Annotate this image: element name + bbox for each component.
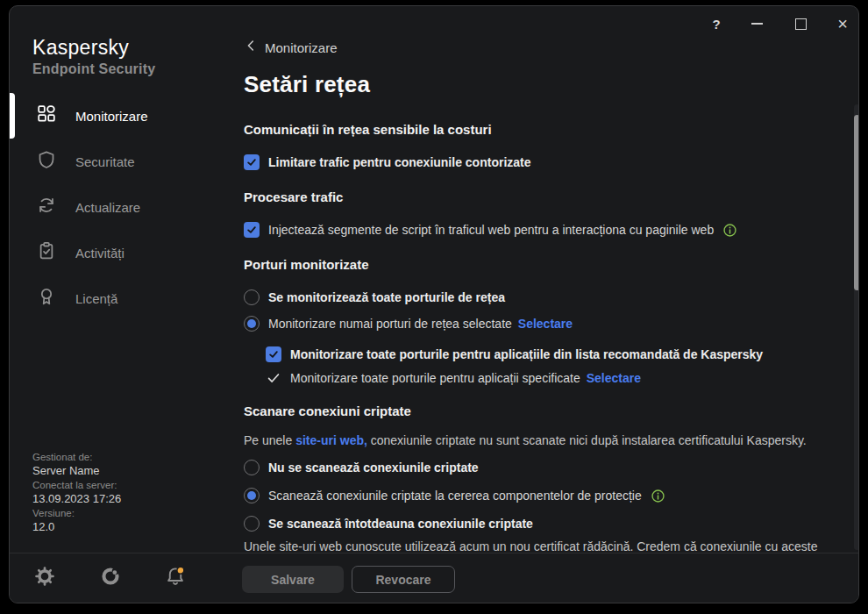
sidebar-item-actualizare[interactable]: Actualizare bbox=[10, 184, 227, 230]
managed-by-label: Gestionat de: bbox=[32, 450, 121, 464]
websites-link[interactable]: site-uri web, bbox=[295, 433, 367, 447]
brand-name: Kaspersky bbox=[32, 36, 155, 60]
section-title-cost: Comunicații în rețea sensibile la costur… bbox=[244, 118, 492, 139]
radio-label-group: Monitorizare numai porturi de rețea sele… bbox=[268, 316, 573, 332]
scrollbar-thumb[interactable] bbox=[854, 115, 859, 290]
para-suffix: conexiunile criptate nu sunt scanate nic… bbox=[371, 433, 807, 447]
brand-product: Endpoint Security bbox=[32, 61, 155, 77]
radio-no-scan[interactable] bbox=[244, 460, 260, 475]
radio-selected-ports[interactable] bbox=[244, 316, 260, 332]
radio-always-scan[interactable] bbox=[244, 516, 260, 532]
radio-scan-on-request[interactable] bbox=[244, 488, 260, 503]
select-ports-link[interactable]: Selectare bbox=[518, 317, 573, 331]
sidebar-item-activitati[interactable]: Activități bbox=[10, 230, 227, 275]
back-chevron-icon bbox=[244, 38, 260, 57]
radio-label: Se monitorizează toate porturile de rețe… bbox=[268, 290, 505, 304]
radio-label: Monitorizare numai porturi de rețea sele… bbox=[268, 317, 512, 331]
tasks-icon bbox=[37, 241, 56, 264]
bottom-bar: Salvare Revocare bbox=[10, 553, 858, 603]
setting-row-all-ports: Se monitorizează toate porturile de rețe… bbox=[244, 287, 505, 308]
sidebar-item-securitate[interactable]: Securitate bbox=[10, 139, 227, 184]
cancel-button[interactable]: Revocare bbox=[352, 566, 455, 593]
setting-row-scan-on-request: Scanează conexiunile criptate la cererea… bbox=[244, 485, 665, 506]
support-icon[interactable] bbox=[100, 566, 121, 587]
sidebar-item-label: Activități bbox=[75, 246, 125, 261]
radio-all-ports[interactable] bbox=[244, 289, 260, 305]
sidebar-item-label: Monitorizare bbox=[75, 109, 148, 124]
page-title: Setări rețea bbox=[244, 71, 370, 98]
shield-icon bbox=[37, 150, 56, 173]
radio-label: Nu se scanează conexiunile criptate bbox=[268, 460, 479, 475]
server-info: Gestionat de: Server Name Conectat la se… bbox=[32, 450, 121, 534]
setting-row-selected-ports: Monitorizare numai porturi de rețea sele… bbox=[244, 313, 573, 334]
checkbox-label: Injectează segmente de script în traficu… bbox=[268, 223, 714, 237]
sidebar-item-label: Actualizare bbox=[75, 200, 140, 215]
back-button[interactable]: Monitorizare bbox=[244, 38, 338, 57]
sidebar-item-monitorizare[interactable]: Monitorizare bbox=[10, 93, 227, 139]
sync-icon bbox=[37, 196, 56, 218]
sidebar-item-label: Licență bbox=[75, 291, 117, 306]
version-value: 12.0 bbox=[32, 520, 121, 534]
managed-by-value: Server Name bbox=[32, 464, 121, 478]
checkbox-limit-traffic[interactable] bbox=[244, 154, 260, 170]
radio-label: Se scanează întotdeauna conexiunile crip… bbox=[268, 517, 533, 531]
radio-dot bbox=[247, 491, 256, 500]
checkbox-label: Monitorizare toate porturile pentru apli… bbox=[290, 347, 763, 361]
back-label: Monitorizare bbox=[265, 40, 338, 55]
minimize-icon[interactable] bbox=[746, 13, 767, 34]
para-prefix: Pe unele bbox=[244, 433, 292, 447]
checkbox-recommended-apps[interactable] bbox=[266, 346, 281, 362]
info-icon[interactable] bbox=[651, 489, 665, 503]
close-icon[interactable]: × bbox=[832, 13, 853, 34]
bell-icon[interactable] bbox=[165, 566, 186, 587]
setting-row-limit-traffic: Limitare trafic pentru conexiunile conto… bbox=[244, 152, 531, 173]
connected-value: 13.09.2023 17:26 bbox=[32, 492, 121, 506]
setting-row-inject-script: Injectează segmente de script în traficu… bbox=[244, 219, 737, 240]
section-title-traffic: Procesare trafic bbox=[244, 186, 343, 207]
maximize-box bbox=[795, 18, 807, 30]
section-title-ports: Porturi monitorizate bbox=[244, 253, 369, 275]
gear-icon[interactable] bbox=[34, 566, 55, 587]
license-icon bbox=[37, 287, 56, 310]
save-button[interactable]: Salvare bbox=[242, 566, 344, 593]
scrollbar-track[interactable] bbox=[854, 104, 859, 550]
select-apps-link[interactable]: Selectare bbox=[587, 371, 641, 385]
dashboard-icon bbox=[37, 104, 56, 127]
app-window: ? × Kaspersky Endpoint Security Monitori… bbox=[9, 5, 859, 603]
setting-row-recommended-apps: Monitorizare toate porturile pentru apli… bbox=[266, 344, 763, 365]
checkbox-inject-script[interactable] bbox=[244, 222, 260, 238]
radio-label: Scanează conexiunile criptate la cererea… bbox=[268, 489, 642, 503]
setting-row-no-scan: Nu se scanează conexiunile criptate bbox=[244, 457, 479, 478]
section-title-encrypted: Scanare conexiuni criptate bbox=[244, 400, 411, 421]
setting-row-always-scan: Se scanează întotdeauna conexiunile crip… bbox=[244, 513, 533, 534]
check-label-group: Monitorizare toate porturile pentru apli… bbox=[290, 370, 641, 386]
minimize-bar bbox=[751, 23, 763, 25]
radio-dot bbox=[247, 319, 256, 328]
maximize-icon[interactable] bbox=[790, 13, 811, 34]
check-icon bbox=[266, 370, 281, 386]
connected-label: Conectat la server: bbox=[32, 478, 121, 492]
version-label: Versiune: bbox=[32, 506, 121, 520]
check-label: Monitorizare toate porturile pentru apli… bbox=[290, 371, 580, 385]
info-icon[interactable] bbox=[722, 223, 737, 238]
sidebar-item-label: Securitate bbox=[75, 154, 135, 169]
checkbox-label: Limitare trafic pentru conexiunile conto… bbox=[268, 155, 531, 169]
setting-row-specified-apps: Monitorizare toate porturile pentru apli… bbox=[266, 368, 641, 389]
help-icon[interactable]: ? bbox=[706, 13, 727, 34]
brand-logo: Kaspersky Endpoint Security bbox=[32, 36, 155, 77]
sidebar-item-licenta[interactable]: Licență bbox=[10, 275, 227, 321]
encrypted-description: Pe unele site-uri web, conexiunile cript… bbox=[244, 432, 807, 449]
